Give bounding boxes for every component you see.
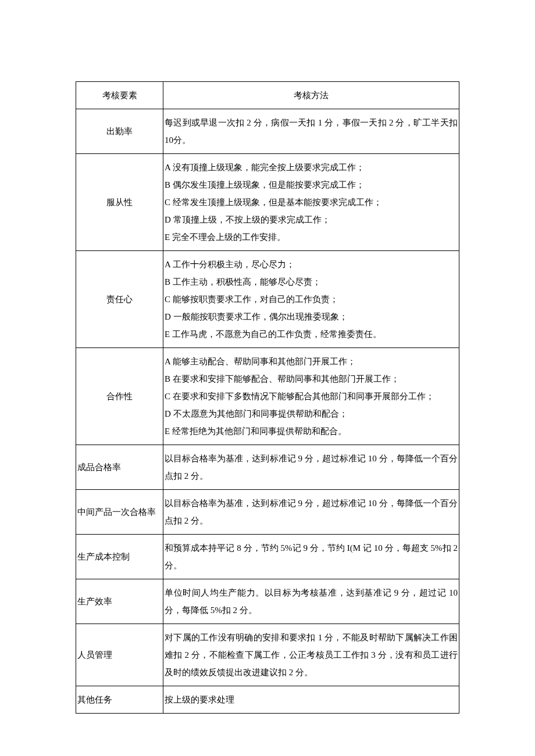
table-row: 中间产品一次合格率以目标合格率为基准，达到标准记 9 分，超过标准记 10 分，… (76, 490, 459, 535)
table-row: 生产成本控制和预算成本持平记 8 分，节约 5%记 9 分，节约 I(M 记 1… (76, 535, 459, 579)
table-row: 生产效率单位时间人均生产能力。以目标为考核基准，达到基准记 9 分，超过记 10… (76, 579, 459, 624)
cell-element: 合作性 (76, 348, 163, 445)
table-row: 出勤率每迟到或早退一次扣 2 分，病假一天扣 1 分，事假一天扣 2 分，旷工半… (76, 109, 459, 154)
cell-element: 责任心 (76, 251, 163, 348)
cell-element: 生产成本控制 (76, 535, 163, 579)
cell-element: 其他任务 (76, 686, 163, 714)
cell-method: 和预算成本持平记 8 分，节约 5%记 9 分，节约 I(M 记 10 分，每超… (163, 535, 459, 579)
cell-method: A 工作十分积极主动，尽心尽力；B 工作主动，积极性高，能够尽心尽责；C 能够按… (163, 251, 459, 348)
cell-method: 以目标合格率为基准，达到标准记 9 分，超过标准记 10 分，每降低一个百分点扣… (163, 445, 459, 490)
cell-method: 以目标合格率为基准，达到标准记 9 分，超过标准记 10 分，每降低一个百分点扣… (163, 490, 459, 535)
table-header-row: 考核要素 考核方法 (76, 82, 459, 109)
table-row: 服从性A 没有顶撞上级现象，能完全按上级要求完成工作；B 偶尔发生顶撞上级现象，… (76, 154, 459, 251)
cell-element: 成品合格率 (76, 445, 163, 490)
table-row: 成品合格率以目标合格率为基准，达到标准记 9 分，超过标准记 10 分，每降低一… (76, 445, 459, 490)
table-row: 责任心A 工作十分积极主动，尽心尽力；B 工作主动，积极性高，能够尽心尽责；C … (76, 251, 459, 348)
cell-element: 人员管理 (76, 624, 163, 686)
cell-method: 按上级的要求处理 (163, 686, 459, 714)
cell-method: 每迟到或早退一次扣 2 分，病假一天扣 1 分，事假一天扣 2 分，旷工半天扣 … (163, 109, 459, 154)
cell-method: 单位时间人均生产能力。以目标为考核基准，达到基准记 9 分，超过记 10 分，每… (163, 579, 459, 624)
table-body: 出勤率每迟到或早退一次扣 2 分，病假一天扣 1 分，事假一天扣 2 分，旷工半… (76, 109, 459, 714)
cell-element: 服从性 (76, 154, 163, 251)
cell-element: 出勤率 (76, 109, 163, 154)
cell-method: 对下属的工作没有明确的安排和要求扣 1 分，不能及时帮助下属解决工作困难扣 2 … (163, 624, 459, 686)
cell-method: A 没有顶撞上级现象，能完全按上级要求完成工作；B 偶尔发生顶撞上级现象，但是能… (163, 154, 459, 251)
header-method: 考核方法 (163, 82, 459, 109)
cell-element: 生产效率 (76, 579, 163, 624)
cell-method: A 能够主动配合、帮助同事和其他部门开展工作；B 在要求和安排下能够配合、帮助同… (163, 348, 459, 445)
header-element: 考核要素 (76, 82, 163, 109)
table-row: 合作性A 能够主动配合、帮助同事和其他部门开展工作；B 在要求和安排下能够配合、… (76, 348, 459, 445)
cell-element: 中间产品一次合格率 (76, 490, 163, 535)
table-row: 人员管理对下属的工作没有明确的安排和要求扣 1 分，不能及时帮助下属解决工作困难… (76, 624, 459, 686)
assessment-table: 考核要素 考核方法 出勤率每迟到或早退一次扣 2 分，病假一天扣 1 分，事假一… (76, 81, 459, 714)
table-row: 其他任务按上级的要求处理 (76, 686, 459, 714)
